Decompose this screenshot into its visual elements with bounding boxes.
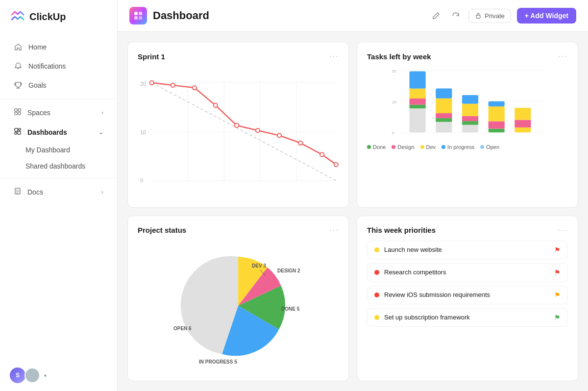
my-dashboard-label: My Dashboard (25, 146, 70, 154)
tasks-widget: Tasks left by week ··· 50 25 0 (357, 42, 578, 208)
svg-text:50: 50 (392, 69, 396, 73)
sprint-title: Sprint 1 (138, 52, 165, 61)
svg-rect-60 (514, 120, 531, 127)
shared-dashboards-label: Shared dashboards (25, 162, 85, 170)
svg-text:25: 25 (392, 100, 396, 104)
clickup-logo-icon (10, 9, 25, 24)
priorities-title: This week priorities (367, 226, 436, 234)
svg-point-33 (334, 163, 338, 167)
bell-icon (14, 62, 23, 71)
dashboards-label: Dashboards (27, 128, 67, 136)
priority-dot-3 (374, 315, 379, 320)
svg-text:DONE 5: DONE 5 (281, 306, 300, 312)
svg-line-23 (152, 83, 336, 181)
pie-chart: DEV 3 DESIGN 2 DONE 5 IN PROGRESS 5 OPEN… (138, 241, 339, 371)
svg-rect-46 (436, 118, 452, 122)
docs-icon (14, 187, 22, 196)
svg-text:DEV 3: DEV 3 (252, 263, 266, 269)
priority-flag-2: ⚑ (554, 291, 561, 299)
svg-point-24 (150, 81, 154, 85)
priority-text-2: Review iOS submission requirements (384, 291, 490, 298)
svg-rect-40 (410, 108, 426, 132)
sidebar-item-dashboards[interactable]: Dashboards ⌄ (4, 122, 113, 142)
tasks-menu-button[interactable]: ··· (559, 52, 568, 61)
sidebar: ClickUp Home Notifications Goals (0, 0, 118, 391)
user-menu-chevron-icon: ▾ (44, 373, 47, 378)
svg-rect-57 (489, 106, 505, 121)
spaces-chevron-icon: › (101, 109, 103, 116)
svg-rect-41 (410, 105, 426, 109)
legend-dev: Dev (420, 144, 436, 150)
priority-text-3: Set up subscription framework (384, 314, 470, 321)
sidebar-item-spaces[interactable]: Spaces › (4, 103, 113, 122)
svg-rect-56 (489, 121, 505, 128)
priority-text-0: Launch new website (384, 246, 442, 253)
sidebar-item-shared-dashboards[interactable]: Shared dashboards (4, 158, 113, 174)
svg-rect-61 (514, 108, 531, 120)
sidebar-item-goals-label: Goals (28, 81, 47, 89)
project-status-menu-button[interactable]: ··· (329, 226, 339, 235)
svg-point-26 (193, 86, 196, 90)
svg-rect-9 (139, 12, 142, 15)
svg-rect-8 (134, 12, 138, 15)
svg-rect-58 (489, 101, 505, 106)
sidebar-item-goals[interactable]: Goals (4, 76, 113, 95)
svg-text:20: 20 (140, 81, 146, 87)
svg-text:10: 10 (140, 130, 146, 135)
svg-rect-6 (15, 132, 17, 134)
user-profile[interactable]: S ▾ (0, 360, 117, 391)
priority-flag-3: ⚑ (554, 314, 561, 321)
priority-item-3[interactable]: Set up subscription framework ⚑ (367, 308, 568, 327)
svg-rect-42 (410, 98, 426, 105)
sidebar-item-home[interactable]: Home (4, 38, 113, 56)
home-icon (14, 43, 23, 51)
dashboards-icon (14, 127, 22, 137)
priority-item-0[interactable]: Launch new website ⚑ (367, 241, 568, 259)
sprint-menu-button[interactable]: ··· (329, 52, 339, 61)
svg-rect-3 (18, 112, 21, 115)
legend-inprogress: In progress (441, 144, 474, 150)
priority-dot-2 (374, 293, 379, 297)
svg-rect-59 (514, 127, 531, 132)
sidebar-item-my-dashboard[interactable]: My Dashboard (4, 142, 113, 158)
svg-point-25 (171, 83, 175, 87)
legend-open: Open (480, 144, 499, 150)
dashboard-header-icon (129, 7, 147, 24)
refresh-button[interactable] (449, 9, 463, 23)
svg-point-32 (320, 152, 324, 156)
priorities-menu-button[interactable]: ··· (559, 226, 568, 235)
edit-button[interactable] (429, 9, 443, 23)
svg-point-30 (277, 133, 281, 137)
legend-design: Design (392, 144, 414, 150)
trophy-icon (14, 81, 23, 90)
tasks-title: Tasks left by week (367, 52, 431, 61)
privacy-button[interactable]: Private (468, 9, 511, 23)
svg-rect-43 (410, 89, 426, 98)
svg-rect-4 (15, 128, 18, 131)
sidebar-item-notifications-label: Notifications (28, 62, 66, 70)
dashboard-grid: Sprint 1 ··· 20 10 0 (118, 32, 588, 391)
priority-item-1[interactable]: Research competitors ⚑ (367, 263, 568, 282)
priorities-widget: This week priorities ··· Launch new webs… (357, 216, 578, 382)
sprint-chart: 20 10 0 (138, 67, 339, 197)
logo[interactable]: ClickUp (0, 0, 117, 33)
project-status-widget: Project status ··· (127, 216, 349, 382)
bar-chart: 50 25 0 (367, 67, 568, 197)
svg-text:0: 0 (140, 178, 143, 183)
dashboards-chevron-icon: ⌄ (98, 129, 103, 136)
page-header: Dashboard Private + Add Widget (118, 0, 588, 32)
sidebar-item-docs[interactable]: Docs › (4, 182, 113, 201)
svg-rect-12 (476, 15, 480, 18)
svg-rect-11 (139, 16, 142, 20)
priority-flag-1: ⚑ (554, 269, 561, 276)
priority-item-2[interactable]: Review iOS submission requirements ⚑ (367, 286, 568, 304)
privacy-label: Private (485, 12, 504, 20)
svg-rect-51 (462, 121, 478, 125)
sidebar-item-notifications[interactable]: Notifications (4, 57, 113, 75)
priority-text-1: Research competitors (384, 269, 446, 276)
docs-chevron-icon: › (101, 189, 103, 196)
svg-text:DESIGN 2: DESIGN 2 (277, 268, 300, 273)
svg-rect-1 (18, 109, 21, 111)
add-widget-button[interactable]: + Add Widget (517, 8, 576, 24)
svg-rect-48 (436, 98, 452, 113)
